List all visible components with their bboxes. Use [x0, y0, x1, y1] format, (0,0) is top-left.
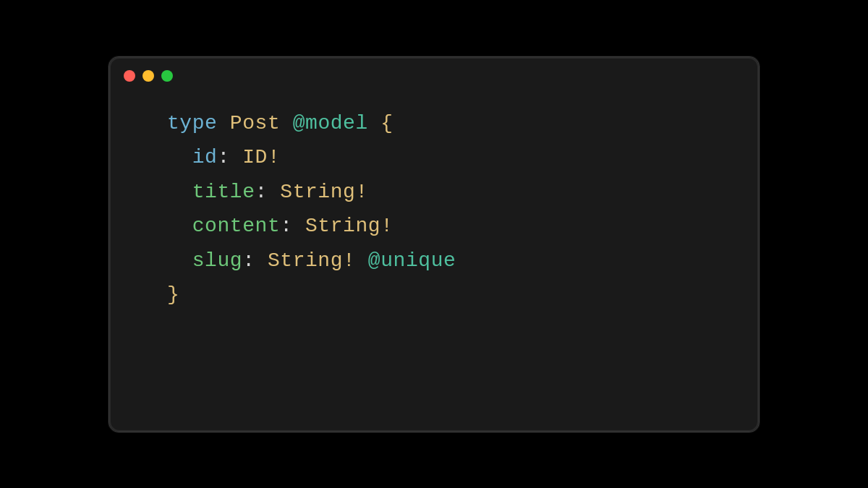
- code-token: ID!: [242, 146, 280, 168]
- close-button[interactable]: [124, 70, 135, 82]
- minimize-button[interactable]: [142, 70, 154, 82]
- code-line: slug: String! @unique: [167, 244, 723, 278]
- code-token: slug: [167, 249, 242, 272]
- code-line: content: String!: [167, 209, 723, 244]
- code-window: type Post @model { id: ID! title: String…: [109, 56, 760, 432]
- code-token: :: [255, 181, 281, 203]
- code-line: id: ID!: [167, 140, 723, 175]
- maximize-button[interactable]: [161, 70, 173, 82]
- code-line: title: String!: [167, 175, 723, 210]
- code-token: id: [167, 146, 217, 168]
- code-token: :: [217, 146, 242, 168]
- code-token: Post: [230, 112, 293, 134]
- code-token: @model: [293, 112, 368, 134]
- code-token: :: [280, 215, 305, 237]
- code-token: String!: [268, 249, 368, 272]
- code-line: type Post @model {: [167, 106, 723, 141]
- code-token: title: [167, 181, 255, 203]
- title-bar: [109, 57, 759, 92]
- code-token: {: [368, 112, 393, 134]
- code-block: type Post @model { id: ID! title: String…: [109, 92, 759, 342]
- code-token: @unique: [368, 249, 456, 272]
- code-token: content: [167, 215, 280, 237]
- code-line: }: [167, 278, 723, 312]
- code-token: String!: [280, 181, 368, 203]
- code-token: String!: [305, 215, 393, 237]
- code-token: type: [167, 112, 230, 134]
- code-token: :: [242, 249, 268, 272]
- code-token: }: [167, 283, 179, 306]
